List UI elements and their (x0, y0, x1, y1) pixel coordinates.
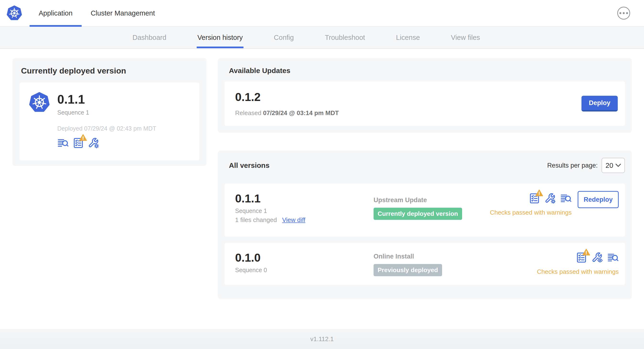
page-footer: v1.112.1 (0, 329, 644, 349)
overflow-menu-button[interactable] (617, 7, 630, 20)
app-level-tabs: Application Cluster Management (30, 0, 164, 26)
subnav-tab-version-history[interactable]: Version history (197, 27, 244, 48)
subnav-tab-troubleshoot[interactable]: Troubleshoot (324, 27, 366, 48)
admin-console-version: v1.112.1 (310, 336, 334, 343)
chevron-down-icon (616, 164, 621, 167)
all-versions-title: All versions (229, 161, 270, 170)
current-version-info: 0.1.1 Sequence 1 Deployed 07/29/24 @ 02:… (57, 92, 156, 151)
release-notes-icon[interactable] (57, 137, 69, 149)
results-per-page-select[interactable]: 20 (602, 158, 625, 173)
version-row-0-1-1: 0.1.1 Sequence 1 1 files changed View di… (224, 184, 625, 236)
version-row-info: 0.1.0 Sequence 0 (235, 252, 374, 285)
previously-deployed-badge: Previously deployed (374, 264, 442, 276)
current-version-actions (57, 137, 156, 149)
update-info: 0.1.2 Released 07/29/24 @ 03:14 pm MDT (235, 90, 339, 117)
topbar-spacer (164, 0, 617, 26)
subnav-tab-view-files[interactable]: View files (450, 27, 481, 48)
current-version-number: 0.1.1 (57, 92, 156, 106)
row-sequence: Sequence 1 (235, 208, 374, 214)
version-row-actions: Checks passed with warnings (537, 252, 619, 285)
version-history-page: Application Cluster Management Dashboard… (0, 0, 644, 349)
row-version-number: 0.1.1 (235, 193, 374, 204)
preflight-checks-warning-icon[interactable] (576, 252, 587, 263)
current-version-deployed-date: Deployed 07/29/24 @ 02:43 pm MDT (57, 125, 156, 132)
row-actions-icons: Checks passed with warnings (490, 193, 572, 216)
tab-cluster-management[interactable]: Cluster Management (82, 0, 164, 26)
row-sequence: Sequence 0 (235, 267, 374, 274)
subnav-tab-dashboard[interactable]: Dashboard (132, 27, 167, 48)
checks-status-text: Checks passed with warnings (490, 209, 572, 216)
row-source-label: Upstream Update (374, 196, 490, 204)
version-row-source: Online Install Previously deployed (374, 252, 537, 285)
view-config-icon[interactable] (592, 252, 603, 263)
available-update-row: 0.1.2 Released 07/29/24 @ 03:14 pm MDT D… (224, 82, 625, 126)
preflight-checks-warning-icon[interactable] (72, 137, 84, 149)
tab-cluster-management-label: Cluster Management (91, 9, 155, 17)
edit-config-icon[interactable] (544, 193, 556, 204)
version-row-source: Upstream Update Currently deployed versi… (374, 193, 490, 236)
all-versions-header: All versions Results per page: 20 (224, 158, 625, 173)
current-version-sequence: Sequence 1 (57, 109, 156, 116)
tab-application-label: Application (39, 9, 72, 17)
view-diff-link[interactable]: View diff (282, 216, 305, 224)
row-source-label: Online Install (374, 253, 537, 260)
version-row-actions: Checks passed with warnings Redeploy (490, 193, 619, 236)
warning-triangle-icon (79, 134, 87, 141)
subnav-tab-license[interactable]: License (395, 27, 420, 48)
redeploy-button[interactable]: Redeploy (578, 191, 619, 208)
kubernetes-logo (7, 0, 22, 26)
ellipsis-icon (620, 12, 621, 14)
preflight-checks-warning-icon[interactable] (529, 193, 540, 204)
warning-triangle-icon (536, 189, 543, 196)
release-notes-icon[interactable] (607, 252, 619, 263)
currently-deployed-title: Currently deployed version (21, 66, 199, 76)
deploy-button[interactable]: Deploy (582, 96, 618, 112)
application-subnav: Dashboard Version history Config Trouble… (0, 27, 644, 49)
release-notes-icon[interactable] (560, 193, 572, 204)
update-released-date: Released 07/29/24 @ 03:14 pm MDT (235, 109, 339, 117)
subnav-tab-config[interactable]: Config (273, 27, 294, 48)
row-files-changed: 1 files changed View diff (235, 216, 374, 224)
results-per-page-label: Results per page: (547, 162, 598, 169)
currently-deployed-badge: Currently deployed version (374, 208, 462, 220)
row-actions-icons: Checks passed with warnings (537, 252, 619, 276)
version-row-0-1-0: 0.1.0 Sequence 0 Online Install Previous… (224, 243, 625, 285)
tab-application[interactable]: Application (30, 0, 82, 26)
app-icon-kubernetes (29, 92, 50, 151)
currently-deployed-card: Currently deployed version 0.1.1 Sequenc… (12, 58, 206, 166)
currently-deployed-panel: 0.1.1 Sequence 1 Deployed 07/29/24 @ 02:… (20, 82, 199, 160)
edit-config-icon[interactable] (88, 137, 99, 149)
row-version-number: 0.1.0 (235, 252, 374, 264)
available-updates-title: Available Updates (229, 66, 625, 75)
available-updates-card: Available Updates 0.1.2 Released 07/29/2… (218, 58, 632, 133)
all-versions-card: All versions Results per page: 20 0.1.1 … (218, 151, 632, 299)
checks-status-text: Checks passed with warnings (537, 268, 619, 276)
top-navigation-bar: Application Cluster Management (0, 0, 644, 27)
update-version-number: 0.1.2 (235, 90, 339, 104)
version-row-info: 0.1.1 Sequence 1 1 files changed View di… (235, 193, 374, 236)
results-per-page: Results per page: 20 (547, 158, 625, 173)
warning-triangle-icon (582, 248, 590, 256)
